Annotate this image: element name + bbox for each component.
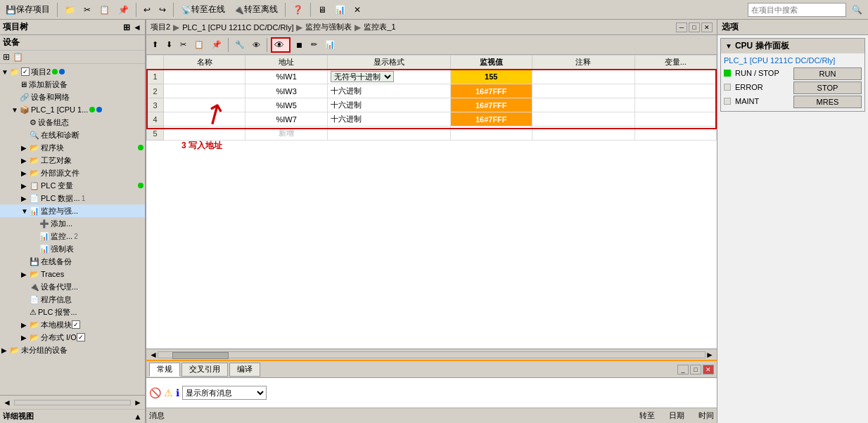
tab-compile[interactable]: 编译 [229, 363, 260, 377]
toolbar-misc-1[interactable]: 🖥 [315, 4, 329, 16]
table-row[interactable]: 1 %IW1 无符号十进制 十六进制 有符号十进制 [147, 70, 717, 84]
cell-note-5[interactable] [532, 126, 634, 141]
cut-btn[interactable]: ✂ [81, 4, 94, 16]
tree-item-plc-var[interactable]: ▶ 📋 PLC 变量 [0, 179, 145, 192]
format-select-1[interactable]: 无符号十进制 十六进制 有符号十进制 [331, 71, 394, 82]
tree-item-online-backup[interactable]: 💾 在线备份 [0, 255, 145, 268]
cell-note-1[interactable] [532, 70, 634, 84]
breadcrumb-2[interactable]: 监控与强制表 [305, 22, 352, 32]
table-row[interactable]: 3 %IW5 十六进制 16#7FFF [147, 98, 717, 112]
tree-item-add-device[interactable]: 🖥 添加新设备 [0, 78, 145, 91]
ct-del-btn[interactable]: ⬇ [163, 39, 175, 51]
ct-force-btn[interactable]: ✏ [308, 39, 320, 51]
search-input[interactable] [748, 3, 846, 17]
tree-item-online-diag[interactable]: 🔍 在线和诊断 [0, 129, 145, 141]
bottom-win-btn-2[interactable]: □ [690, 365, 701, 375]
undo-btn[interactable]: ↩ [141, 4, 153, 16]
cell-addr-4[interactable]: %IW7 [245, 112, 327, 126]
tree-item-force[interactable]: 📊 强制表 [0, 242, 145, 255]
tree-item-prog-info[interactable]: 📄 程序信息 [0, 293, 145, 306]
breadcrumb-0[interactable]: 项目2 [151, 22, 170, 32]
cell-note-4[interactable] [532, 112, 634, 126]
stop-btn[interactable]: STOP [793, 82, 862, 94]
tree-item-unsorted[interactable]: ▶ 📂 未分组的设备 [0, 344, 145, 356]
ct-paste-btn[interactable]: 📌 [209, 39, 224, 51]
cell-var-4[interactable] [634, 112, 716, 126]
disconnect-btn[interactable]: ✕ [351, 4, 364, 16]
panel-icon-grid[interactable]: ⊞ [122, 22, 131, 33]
panel-collapse-btn[interactable]: ◄ [132, 22, 142, 33]
tree-item-device-config[interactable]: ⚙ 设备组态 [0, 116, 145, 129]
ct-cut-btn[interactable]: ✂ [177, 39, 189, 51]
tree-item-plc-report[interactable]: ⚠ PLC 报警... [0, 306, 145, 318]
cell-format-5[interactable] [327, 126, 450, 141]
cell-addr-1[interactable]: %IW1 [245, 70, 327, 84]
tree-item-local-module[interactable]: ▶ 📂 本地模块 ✓ [0, 318, 145, 331]
cell-var-3[interactable] [634, 98, 716, 112]
tree-item-traces[interactable]: ▶ 📂 Traces [0, 268, 145, 280]
cell-value-5[interactable] [450, 126, 532, 141]
tree-item-project2[interactable]: ▼ 📁 ✓ 项目2 [0, 65, 145, 78]
cell-var-5[interactable] [634, 126, 716, 141]
tree-icon-2[interactable]: 📋 [13, 52, 23, 62]
search-btn[interactable]: 🔍 [849, 4, 865, 16]
tab-cross-ref[interactable]: 交叉引用 [181, 363, 228, 377]
ct-stop-monitor-btn[interactable]: ⏹ [293, 39, 306, 51]
bottom-win-btn-3[interactable]: ✕ [703, 365, 714, 375]
tree-item-plc1[interactable]: ▼ 📦 PLC_1 [CPU 1... [0, 103, 145, 116]
cell-name-4[interactable] [164, 112, 245, 126]
tree-item-dist-io[interactable]: ▶ 📂 分布式 I/O ✓ [0, 331, 145, 344]
go-online-btn[interactable]: 📡 转至在线 [178, 2, 228, 17]
checkbox-project2[interactable]: ✓ [21, 67, 30, 76]
cell-value-2[interactable]: 16#7FFF [450, 84, 532, 98]
help-btn[interactable]: ❓ [290, 4, 306, 16]
checkbox-dist[interactable]: ✓ [77, 333, 85, 341]
cell-format-4[interactable]: 十六进制 [327, 112, 450, 126]
cell-addr-2[interactable]: %IW3 [245, 84, 327, 98]
detail-expand-icon[interactable]: ▲ [134, 412, 142, 422]
tree-item-monitor[interactable]: ▼ 📊 监控与强... [0, 204, 145, 217]
tree-item-tech[interactable]: ▶ 📂 工艺对象 [0, 154, 145, 167]
hscroll-thumb[interactable] [172, 352, 229, 359]
monitor-table-container[interactable]: 名称 地址 显示格式 监视值 注释 变量... 1 [146, 55, 717, 349]
tree-item-plc-data[interactable]: ▶ 📄 PLC 数据... 1 [0, 192, 145, 204]
go-offline-btn[interactable]: 🔌 转至离线 [231, 2, 281, 17]
bottom-win-btn-1[interactable]: _ [677, 365, 689, 375]
tree-item-devices[interactable]: 🔗 设备和网络 [0, 91, 145, 103]
cell-var-1[interactable] [634, 70, 716, 84]
cell-value-4[interactable]: 16#7FFF [450, 112, 532, 126]
redo-btn[interactable]: ↪ [156, 4, 169, 16]
win-close-btn[interactable]: ✕ [701, 22, 713, 32]
breadcrumb-1[interactable]: PLC_1 [CPU 1211C DC/DC/Rly] [182, 23, 293, 32]
tree-item-program[interactable]: ▶ 📂 程序块 [0, 141, 145, 154]
cell-name-1[interactable] [164, 70, 245, 84]
win-float-btn[interactable]: □ [689, 22, 700, 32]
tab-general[interactable]: 常规 [149, 363, 180, 377]
hscroll-area[interactable]: ◄ ► [146, 349, 717, 360]
ct-config-btn[interactable]: 🔧 [232, 39, 248, 51]
cell-format-3[interactable]: 十六进制 [327, 98, 450, 112]
tree-scroll-right[interactable]: ► [134, 398, 142, 408]
cell-format-2[interactable]: 十六进制 [327, 84, 450, 98]
cell-var-2[interactable] [634, 84, 716, 98]
hscroll-left-btn[interactable]: ◄ [149, 350, 158, 360]
table-row[interactable]: 5 新增 [147, 126, 717, 141]
breadcrumb-3[interactable]: 监控表_1 [364, 22, 395, 32]
tree-item-device-proxy[interactable]: 🔌 设备代理... [0, 280, 145, 293]
cell-name-5[interactable] [164, 126, 245, 141]
tree-icon-1[interactable]: ⊞ [3, 52, 10, 62]
toolbar-misc-2[interactable]: 📊 [332, 4, 348, 16]
run-btn[interactable]: RUN [793, 67, 862, 80]
table-row[interactable]: 4 %IW7 十六进制 16#7FFF [147, 112, 717, 126]
ct-add-btn[interactable]: ⬆ [149, 39, 161, 51]
tree-item-monitor1[interactable]: 📊 监控... 2 [0, 230, 145, 242]
cell-addr-5[interactable]: 新增 [245, 126, 327, 141]
cpu-panel-header[interactable]: ▼ CPU 操作面板 [721, 39, 864, 53]
cell-note-3[interactable] [532, 98, 634, 112]
mres-btn[interactable]: MRES [793, 96, 862, 108]
copy-btn[interactable]: 📋 [96, 4, 113, 16]
tree-scroll-left[interactable]: ◄ [3, 398, 11, 408]
ct-chart-btn[interactable]: 📊 [322, 39, 338, 51]
save-button[interactable]: 💾 保存项目 [3, 2, 53, 17]
win-minimize-btn[interactable]: ─ [676, 22, 687, 32]
